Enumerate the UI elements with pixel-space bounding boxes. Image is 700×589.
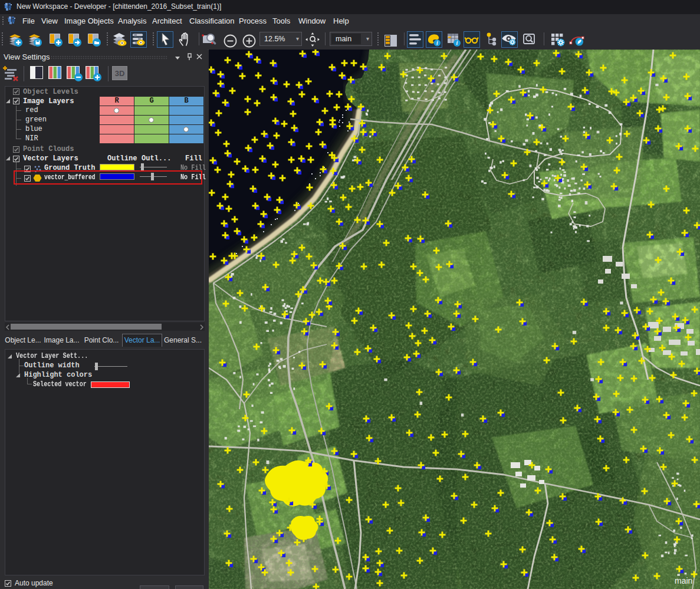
svg-text:main: main <box>675 576 692 585</box>
svg-text:i: i <box>436 40 438 46</box>
svg-text:i: i <box>456 40 458 46</box>
